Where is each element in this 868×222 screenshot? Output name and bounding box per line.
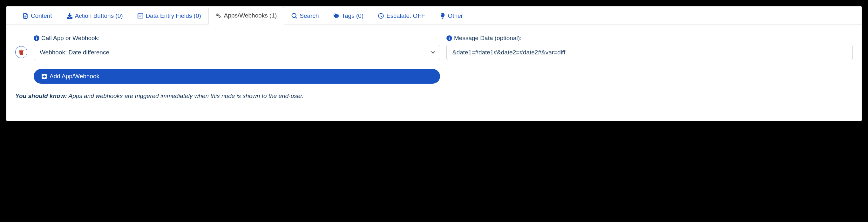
download-icon [67, 13, 72, 19]
tab-action-buttons[interactable]: Action Buttons (0) [59, 7, 130, 25]
webhook-select[interactable]: Webhook: Date difference [34, 45, 440, 60]
tab-label: Action Buttons (0) [75, 12, 123, 20]
button-label: Add App/Webhook [50, 73, 99, 80]
tab-data-entry[interactable]: Data Entry Fields (0) [130, 7, 209, 25]
tab-label: Apps/Webhooks (1) [224, 12, 277, 19]
info-icon [34, 35, 39, 41]
tab-content-area: Call App or Webhook: Webhook: Date diffe… [6, 25, 862, 106]
tags-icon [334, 13, 339, 19]
call-app-field: Call App or Webhook: Webhook: Date diffe… [34, 35, 440, 84]
tabs-bar: Content Action Buttons (0) Data Entry Fi… [6, 6, 862, 25]
tab-label: Other [448, 12, 463, 20]
note-prefix: You should know: [15, 92, 67, 99]
search-icon [291, 13, 297, 19]
message-data-field: Message Data (optional): [446, 35, 853, 60]
note-text: Apps and webhooks are triggered immediat… [67, 92, 304, 99]
tab-content[interactable]: Content [15, 7, 59, 25]
add-app-webhook-button[interactable]: Add App/Webhook [34, 69, 440, 84]
plus-square-icon [41, 74, 47, 79]
label-text: Call App or Webhook: [41, 35, 99, 41]
file-icon [23, 13, 28, 19]
gears-icon [216, 13, 221, 19]
trash-icon [19, 50, 24, 55]
message-data-label: Message Data (optional): [446, 35, 853, 41]
tab-label: Content [31, 12, 52, 20]
delete-button[interactable] [15, 46, 27, 58]
tab-label: Escalate: OFF [386, 12, 425, 20]
call-app-label: Call App or Webhook: [34, 35, 440, 41]
label-text: Message Data (optional): [454, 35, 521, 41]
clock-icon [378, 13, 384, 19]
tab-label: Search [300, 12, 319, 20]
select-value: Webhook: Date difference [40, 49, 109, 56]
tab-search[interactable]: Search [284, 7, 326, 25]
tab-label: Data Entry Fields (0) [146, 12, 201, 20]
main-panel: Content Action Buttons (0) Data Entry Fi… [6, 6, 862, 121]
message-data-input[interactable] [446, 45, 853, 60]
chevron-down-icon [431, 50, 435, 55]
tab-tags[interactable]: Tags (0) [326, 7, 371, 25]
tab-label: Tags (0) [342, 12, 364, 20]
tab-other[interactable]: Other [432, 7, 470, 25]
info-icon [446, 35, 452, 41]
info-note: You should know: Apps and webhooks are t… [15, 92, 853, 100]
form-icon [137, 13, 143, 19]
tab-escalate[interactable]: Escalate: OFF [371, 7, 432, 25]
tab-apps-webhooks[interactable]: Apps/Webhooks (1) [209, 7, 284, 25]
lightbulb-icon [440, 13, 445, 19]
webhook-row: Call App or Webhook: Webhook: Date diffe… [15, 35, 853, 84]
